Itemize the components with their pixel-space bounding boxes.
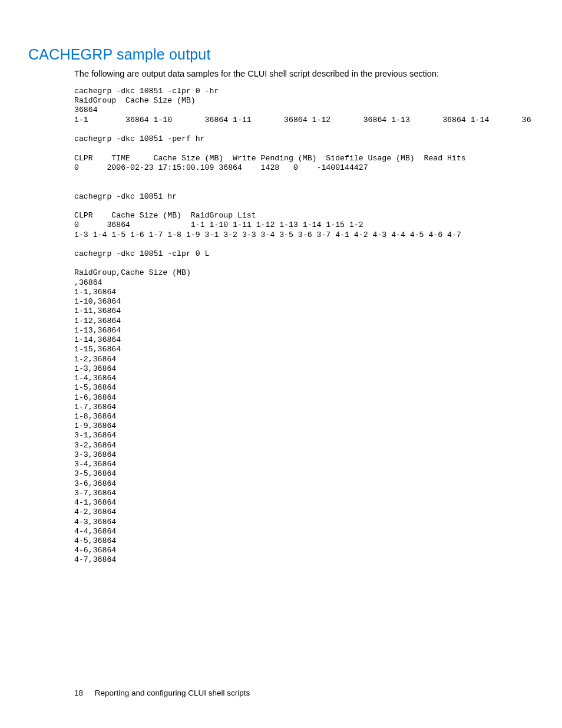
page-number: 18 <box>74 689 83 697</box>
section-heading: CACHEGRP sample output <box>28 46 534 63</box>
intro-paragraph: The following are output data samples fo… <box>74 69 534 78</box>
page-footer: 18 Reporting and configuring CLUI shell … <box>0 689 562 697</box>
code-sample-output: cachegrp -dkc 10851 -clpr 0 -hr RaidGrou… <box>74 87 534 565</box>
footer-section-title: Reporting and configuring CLUI shell scr… <box>95 689 250 697</box>
